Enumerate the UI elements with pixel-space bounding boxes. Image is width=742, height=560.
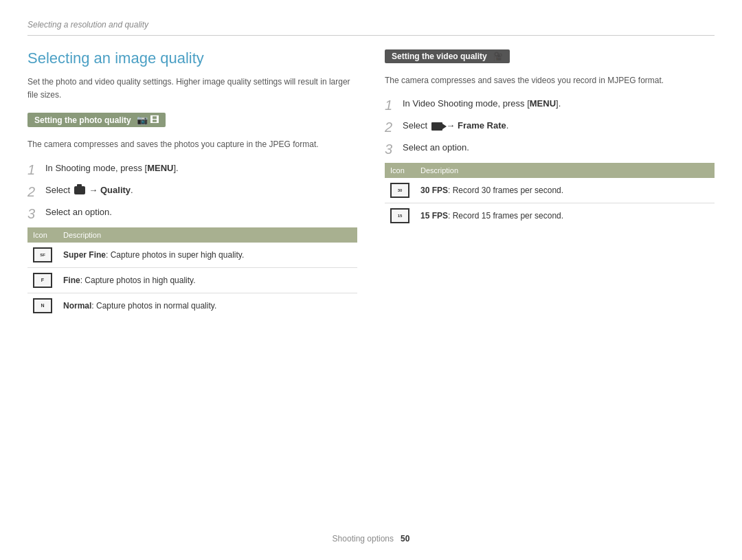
desc-15fps: 15 FPS: Record 15 frames per second.	[415, 203, 715, 229]
table-row: 30 30 FPS: Record 30 frames per second.	[385, 178, 715, 203]
desc-f: Fine: Capture photos in high quality.	[58, 267, 357, 293]
footer-text: Shooting options	[333, 534, 394, 544]
step-2-right: 2 Select → Frame Rate.	[385, 119, 715, 135]
icon-15fps: 15	[385, 203, 415, 229]
step-3-right: 3 Select an option.	[385, 141, 715, 157]
table-row: N Normal: Capture photos in normal quali…	[27, 293, 357, 318]
icon-f: F	[27, 267, 58, 293]
step-1-right: 1 In Video Shooting mode, press [MENU].	[385, 97, 715, 113]
video-quality-table: Icon Description 30 30 FPS: Record 30 fr…	[385, 163, 715, 228]
table-header-desc: Description	[58, 227, 357, 243]
desc-n: Normal: Capture photos in normal quality…	[58, 293, 357, 318]
icon-n: N	[27, 293, 58, 318]
icon-sf: SF	[27, 243, 58, 268]
camera-icons: 📷 🎞	[137, 115, 159, 125]
step-2-left: 2 Select → Quality.	[27, 183, 357, 200]
table-header-desc: Description	[415, 163, 715, 178]
table-row: SF Super Fine: Capture photos in super h…	[27, 243, 357, 268]
intro-text: Set the photo and video quality settings…	[27, 76, 357, 102]
table-row: F Fine: Capture photos in high quality.	[27, 267, 357, 293]
breadcrumb: Selecting a resolution and quality	[27, 20, 148, 30]
photo-quality-table: Icon Description SF Super Fine: Capture …	[27, 227, 357, 318]
table-row: 15 15 FPS: Record 15 frames per second.	[385, 203, 715, 229]
right-column: Setting the video quality 🎥 The camera c…	[385, 49, 715, 318]
table-header-icon: Icon	[27, 227, 58, 243]
table-header-icon: Icon	[385, 163, 415, 178]
video-quality-header: Setting the video quality 🎥	[385, 49, 510, 63]
page-number: 50	[401, 534, 409, 544]
page-footer: Shooting options 50	[0, 534, 742, 544]
video-header-icon: 🎥	[493, 52, 503, 61]
step-1-left: 1 In Shooting mode, press [MENU].	[27, 161, 357, 178]
left-column: Selecting an image quality Set the photo…	[27, 49, 357, 318]
desc-sf: Super Fine: Capture photos in super high…	[58, 243, 357, 268]
page-title: Selecting an image quality	[27, 49, 357, 67]
step-3-left: 3 Select an option.	[27, 205, 357, 222]
video-quality-desc: The camera compresses and saves the vide…	[385, 74, 715, 87]
photo-quality-header: Setting the photo quality 📷 🎞	[27, 113, 166, 127]
desc-30fps: 30 FPS: Record 30 frames per second.	[415, 178, 715, 203]
photo-quality-desc: The camera compresses and saves the phot…	[27, 138, 357, 151]
icon-30fps: 30	[385, 178, 415, 203]
